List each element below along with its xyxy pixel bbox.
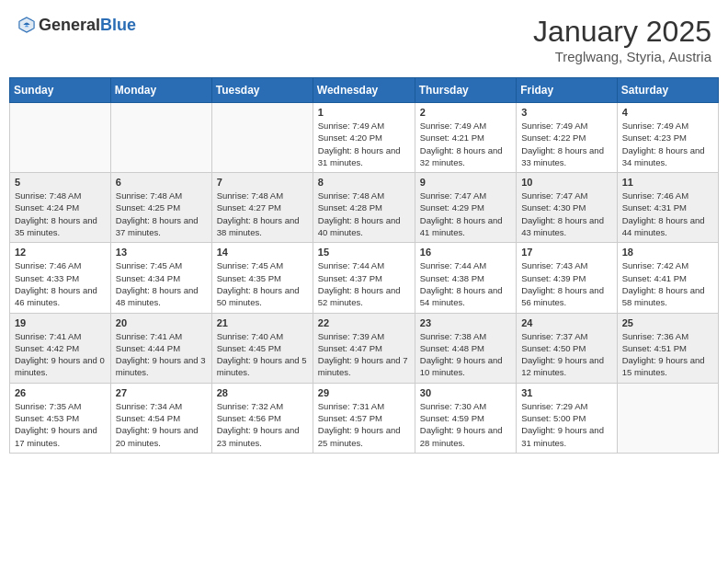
day-number: 9 — [420, 177, 511, 188]
day-info-line: Sunrise: 7:38 AM — [420, 330, 511, 342]
weekday-header-saturday: Saturday — [617, 78, 718, 103]
logo-blue-text: Blue — [100, 16, 136, 34]
day-number: 6 — [116, 177, 207, 188]
calendar-cell: 8Sunrise: 7:48 AMSunset: 4:28 PMDaylight… — [313, 173, 415, 243]
day-info-line: Daylight: 8 hours and 58 minutes. — [622, 284, 713, 309]
day-info-line: Sunrise: 7:43 AM — [521, 259, 612, 271]
weekday-header-monday: Monday — [110, 78, 211, 103]
day-info-line: Sunset: 4:22 PM — [521, 132, 612, 144]
day-info-line: Sunrise: 7:36 AM — [622, 330, 713, 342]
day-info-line: Sunrise: 7:34 AM — [116, 400, 207, 412]
logo: GeneralBlue — [17, 15, 136, 35]
day-number: 25 — [622, 317, 713, 328]
day-info-line: Sunrise: 7:47 AM — [521, 190, 612, 201]
day-number: 27 — [116, 387, 207, 398]
day-info-line: Sunset: 4:53 PM — [15, 412, 106, 424]
calendar-cell: 29Sunrise: 7:31 AMSunset: 4:57 PMDayligh… — [313, 383, 415, 453]
location-title: Treglwang, Styria, Austria — [533, 49, 711, 64]
day-info-line: Sunset: 4:45 PM — [217, 342, 308, 354]
weekday-header-friday: Friday — [517, 78, 618, 103]
day-info-line: Daylight: 9 hours and 20 minutes. — [116, 424, 207, 449]
calendar-cell: 9Sunrise: 7:47 AMSunset: 4:29 PMDaylight… — [415, 173, 516, 243]
day-number: 29 — [318, 387, 410, 398]
day-info-line: Sunrise: 7:37 AM — [521, 330, 612, 342]
day-info-line: Sunrise: 7:31 AM — [318, 400, 410, 412]
day-number: 7 — [217, 177, 308, 188]
day-info-line: Daylight: 8 hours and 31 minutes. — [318, 144, 410, 169]
calendar-cell: 10Sunrise: 7:47 AMSunset: 4:30 PMDayligh… — [517, 173, 618, 243]
calendar-week-row: 5Sunrise: 7:48 AMSunset: 4:24 PMDaylight… — [10, 173, 719, 243]
weekday-header-wednesday: Wednesday — [313, 78, 415, 103]
day-info-line: Sunrise: 7:45 AM — [217, 259, 308, 271]
day-info-line: Sunset: 4:25 PM — [116, 201, 207, 213]
logo-icon — [17, 15, 37, 35]
day-info-line: Daylight: 8 hours and 33 minutes. — [521, 144, 612, 169]
day-info-line: Sunset: 4:21 PM — [420, 132, 511, 144]
day-number: 30 — [420, 387, 511, 398]
day-info-line: Daylight: 9 hours and 31 minutes. — [521, 424, 612, 449]
day-info-line: Sunrise: 7:45 AM — [116, 259, 207, 271]
calendar-cell: 1Sunrise: 7:49 AMSunset: 4:20 PMDaylight… — [313, 103, 415, 173]
month-title: January 2025 — [533, 15, 711, 49]
calendar-cell: 13Sunrise: 7:45 AMSunset: 4:34 PMDayligh… — [110, 243, 211, 313]
day-info-line: Sunrise: 7:44 AM — [420, 259, 511, 271]
day-number: 22 — [318, 317, 410, 328]
calendar-cell: 3Sunrise: 7:49 AMSunset: 4:22 PMDaylight… — [517, 103, 618, 173]
day-info-line: Sunset: 4:24 PM — [15, 201, 106, 213]
calendar-cell: 5Sunrise: 7:48 AMSunset: 4:24 PMDaylight… — [10, 173, 111, 243]
calendar-cell: 24Sunrise: 7:37 AMSunset: 4:50 PMDayligh… — [517, 313, 618, 383]
calendar-cell: 12Sunrise: 7:46 AMSunset: 4:33 PMDayligh… — [10, 243, 111, 313]
day-info-line: Sunrise: 7:49 AM — [420, 120, 511, 132]
day-info-line: Daylight: 8 hours and 44 minutes. — [622, 214, 713, 239]
day-info-line: Sunset: 4:28 PM — [318, 201, 410, 213]
day-info-line: Daylight: 8 hours and 46 minutes. — [15, 284, 106, 309]
day-info-line: Daylight: 9 hours and 12 minutes. — [521, 354, 612, 379]
day-info-line: Daylight: 8 hours and 52 minutes. — [318, 284, 410, 309]
calendar-cell — [10, 103, 111, 173]
day-info-line: Sunset: 4:34 PM — [116, 272, 207, 284]
day-info-line: Daylight: 8 hours and 56 minutes. — [521, 284, 612, 309]
day-info-line: Daylight: 8 hours and 38 minutes. — [217, 214, 308, 239]
day-info-line: Sunrise: 7:41 AM — [15, 330, 106, 342]
calendar-cell: 20Sunrise: 7:41 AMSunset: 4:44 PMDayligh… — [110, 313, 211, 383]
day-info-line: Sunrise: 7:44 AM — [318, 259, 410, 271]
day-info-line: Daylight: 8 hours and 41 minutes. — [420, 214, 511, 239]
day-info-line: Sunset: 4:51 PM — [622, 342, 713, 354]
day-info-line: Daylight: 8 hours and 43 minutes. — [521, 214, 612, 239]
logo-text: GeneralBlue — [39, 16, 136, 35]
day-info-line: Daylight: 8 hours and 34 minutes. — [622, 144, 713, 169]
logo-general: General — [39, 16, 100, 34]
day-info-line: Daylight: 9 hours and 28 minutes. — [420, 424, 511, 449]
calendar-cell: 30Sunrise: 7:30 AMSunset: 4:59 PMDayligh… — [415, 383, 516, 453]
calendar-cell: 17Sunrise: 7:43 AMSunset: 4:39 PMDayligh… — [517, 243, 618, 313]
day-number: 12 — [15, 247, 106, 258]
calendar-cell: 23Sunrise: 7:38 AMSunset: 4:48 PMDayligh… — [415, 313, 516, 383]
day-number: 18 — [622, 247, 713, 258]
day-number: 26 — [15, 387, 106, 398]
day-info-line: Daylight: 8 hours and 35 minutes. — [15, 214, 106, 239]
day-info-line: Sunset: 4:37 PM — [318, 272, 410, 284]
day-info-line: Sunrise: 7:42 AM — [622, 259, 713, 271]
day-info-line: Daylight: 8 hours and 37 minutes. — [116, 214, 207, 239]
day-info-line: Sunrise: 7:32 AM — [217, 400, 308, 412]
calendar-cell: 26Sunrise: 7:35 AMSunset: 4:53 PMDayligh… — [10, 383, 111, 453]
calendar-cell — [110, 103, 211, 173]
day-info-line: Sunrise: 7:49 AM — [521, 120, 612, 132]
page-header: GeneralBlue January 2025 Treglwang, Styr… — [9, 9, 719, 70]
day-info-line: Sunset: 4:38 PM — [420, 272, 511, 284]
calendar-cell: 31Sunrise: 7:29 AMSunset: 5:00 PMDayligh… — [517, 383, 618, 453]
calendar-cell: 21Sunrise: 7:40 AMSunset: 4:45 PMDayligh… — [211, 313, 313, 383]
day-number: 19 — [15, 317, 106, 328]
day-number: 8 — [318, 177, 410, 188]
day-info-line: Sunset: 4:23 PM — [622, 132, 713, 144]
weekday-header-sunday: Sunday — [10, 78, 111, 103]
day-number: 17 — [521, 247, 612, 258]
day-number: 24 — [521, 317, 612, 328]
day-info-line: Sunrise: 7:35 AM — [15, 400, 106, 412]
day-info-line: Daylight: 9 hours and 0 minutes. — [15, 354, 106, 379]
day-info-line: Sunrise: 7:30 AM — [420, 400, 511, 412]
calendar-table: SundayMondayTuesdayWednesdayThursdayFrid… — [9, 77, 719, 454]
day-info-line: Sunset: 4:33 PM — [15, 272, 106, 284]
calendar-cell: 15Sunrise: 7:44 AMSunset: 4:37 PMDayligh… — [313, 243, 415, 313]
calendar-cell — [211, 103, 313, 173]
